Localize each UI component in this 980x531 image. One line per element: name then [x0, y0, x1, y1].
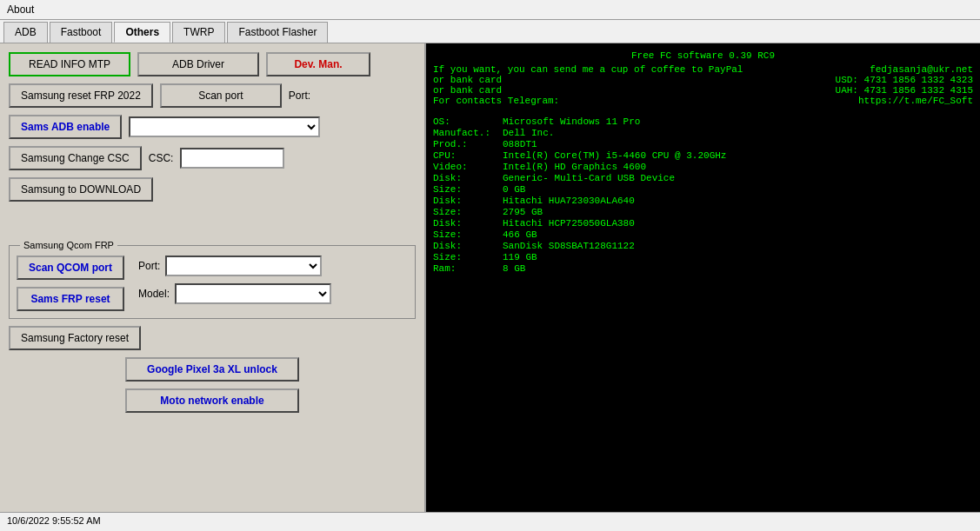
coffee-line2: or bank card USD: 4731 1856 1332 4323: [433, 75, 973, 85]
row-csc: Samsung Change CSC CSC:: [9, 146, 416, 170]
row-frp-scan: Samsung reset FRP 2022 Scan port Port:: [9, 83, 416, 108]
scan-qcom-port-button[interactable]: Scan QCOM port: [17, 256, 124, 280]
sys-info-row: Disk:SanDisk SD8SBAT128G1122: [433, 241, 973, 251]
sys-info-row: OS:Microsoft Windows 11 Pro: [433, 116, 973, 127]
status-timestamp: 10/6/2022 9:55:52 AM: [7, 515, 101, 526]
qcom-selects: Port: Model:: [138, 256, 331, 304]
row-pixel-unlock: Google Pixel 3a XL unlock: [9, 357, 416, 382]
tab-fastboot[interactable]: Fastboot: [50, 22, 113, 43]
sys-info-row: Disk:Generic- Multi-Card USB Device: [433, 173, 973, 183]
sys-info-value: 8 GB: [503, 263, 525, 274]
scan-port-button[interactable]: Scan port: [160, 83, 282, 108]
sys-info-value: SanDisk SD8SBAT128G1122: [503, 241, 635, 251]
sys-info-label: CPU:: [433, 150, 503, 161]
sys-info-label: Size:: [433, 252, 503, 262]
samsung-qcom-frp-group: Samsung Qcom FRP Scan QCOM port Sams FRP…: [9, 240, 416, 319]
samsung-reset-frp-button[interactable]: Samsung reset FRP 2022: [9, 83, 153, 108]
coffee-email: fedjasanja@ukr.net: [870, 64, 973, 75]
sams-adb-dropdown[interactable]: [129, 116, 320, 137]
qcom-inner: Scan QCOM port Sams FRP reset Port: Mode…: [17, 256, 408, 311]
title-bar: About: [0, 0, 980, 20]
sys-info-label: Manufact.:: [433, 128, 503, 138]
samsung-qcom-frp-legend: Samsung Qcom FRP: [20, 240, 117, 250]
coffee-bank-label2: or bank card: [433, 85, 502, 96]
sys-info-row: Disk:Hitachi HCP725050GLA380: [433, 218, 973, 229]
row-factory-reset: Samsung Factory reset: [9, 326, 416, 350]
dev-man-button[interactable]: Dev. Man.: [266, 52, 370, 76]
coffee-uah: UAH: 4731 1856 1332 4315: [836, 85, 973, 96]
telegram-line: For contacts Telegram: https://t.me/FC_S…: [433, 96, 973, 106]
sys-info-label: OS:: [433, 116, 503, 127]
sams-adb-enable-button[interactable]: Sams ADB enable: [9, 115, 122, 139]
tab-adb[interactable]: ADB: [3, 22, 48, 43]
samsung-factory-reset-button[interactable]: Samsung Factory reset: [9, 326, 141, 350]
sys-info: OS:Microsoft Windows 11 ProManufact.:Del…: [433, 116, 973, 274]
coffee-section: If you want, you can send me a cup of co…: [433, 64, 973, 106]
qcom-port-row: Port:: [138, 256, 331, 276]
csc-label: CSC:: [149, 152, 174, 164]
sys-info-label: Size:: [433, 207, 503, 217]
right-header: Free FC software 0.39 RC9: [433, 50, 973, 61]
telegram-label: For contacts Telegram:: [433, 96, 559, 106]
sys-info-label: Size:: [433, 229, 503, 240]
telegram-url: https://t.me/FC_Soft: [858, 96, 973, 106]
tab-others[interactable]: Others: [114, 22, 170, 43]
moto-network-enable-button[interactable]: Moto network enable: [125, 388, 299, 413]
coffee-bank-label1: or bank card: [433, 75, 502, 85]
tab-bar: ADB Fastboot Others TWRP Fastboot Flashe…: [0, 20, 980, 43]
qcom-model-select[interactable]: [175, 283, 331, 304]
sys-info-value: Dell Inc.: [503, 128, 554, 138]
samsung-to-download-button[interactable]: Samsung to DOWNLOAD: [9, 177, 153, 202]
sys-info-label: Ram:: [433, 263, 503, 274]
sys-info-value: Intel(R) Core(TM) i5-4460 CPU @ 3.20GHz: [503, 150, 726, 161]
qcom-model-row: Model:: [138, 283, 331, 304]
sys-info-row: Size:466 GB: [433, 229, 973, 240]
sys-info-row: Size:2795 GB: [433, 207, 973, 217]
qcom-port-select[interactable]: [165, 256, 322, 276]
sys-info-value: Microsoft Windows 11 Pro: [503, 116, 640, 127]
row-download: Samsung to DOWNLOAD: [9, 177, 416, 202]
row-moto-network: Moto network enable: [9, 388, 416, 413]
csc-input[interactable]: [180, 148, 284, 169]
sys-info-value: 119 GB: [503, 252, 537, 262]
tab-fastboot-flasher[interactable]: Fastboot Flasher: [227, 22, 328, 43]
row-sams-adb: Sams ADB enable: [9, 115, 416, 139]
sys-info-row: Size:119 GB: [433, 252, 973, 262]
qcom-model-label: Model:: [138, 288, 170, 300]
samsung-change-csc-button[interactable]: Samsung Change CSC: [9, 146, 142, 170]
row-top-buttons: READ INFO MTP ADB Driver Dev. Man.: [9, 52, 416, 76]
sys-info-value: Intel(R) HD Graphics 4600: [503, 162, 646, 172]
sys-info-value: 088DT1: [503, 139, 537, 149]
sys-info-label: Prod.:: [433, 139, 503, 149]
right-panel: Free FC software 0.39 RC9 If you want, y…: [426, 43, 980, 522]
qcom-buttons: Scan QCOM port Sams FRP reset: [17, 256, 124, 311]
sams-frp-reset-button[interactable]: Sams FRP reset: [17, 287, 124, 311]
google-pixel-3a-xl-button[interactable]: Google Pixel 3a XL unlock: [125, 357, 299, 382]
sys-info-value: Hitachi HCP725050GLA380: [503, 218, 635, 229]
coffee-usd: USD: 4731 1856 1332 4323: [836, 75, 973, 85]
sys-info-value: 466 GB: [503, 229, 537, 240]
main-layout: READ INFO MTP ADB Driver Dev. Man. Samsu…: [0, 43, 980, 522]
left-panel: READ INFO MTP ADB Driver Dev. Man. Samsu…: [0, 43, 426, 522]
sys-info-label: Disk:: [433, 241, 503, 251]
sys-info-value: 0 GB: [503, 184, 525, 195]
sys-info-label: Video:: [433, 162, 503, 172]
sys-info-value: Hitachi HUA723030ALA640: [503, 196, 635, 206]
adb-driver-button[interactable]: ADB Driver: [137, 52, 259, 76]
sys-info-label: Disk:: [433, 218, 503, 229]
tab-twrp[interactable]: TWRP: [172, 22, 225, 43]
sys-info-label: Size:: [433, 184, 503, 195]
sys-info-row: Prod.:088DT1: [433, 139, 973, 149]
coffee-line3: or bank card UAH: 4731 1856 1332 4315: [433, 85, 973, 96]
sys-info-row: Ram:8 GB: [433, 263, 973, 274]
coffee-text: If you want, you can send me a cup of co…: [433, 64, 743, 75]
read-info-mtp-button[interactable]: READ INFO MTP: [9, 52, 130, 76]
qcom-port-label: Port:: [138, 260, 160, 272]
sys-info-row: CPU:Intel(R) Core(TM) i5-4460 CPU @ 3.20…: [433, 150, 973, 161]
app-title: About: [7, 3, 34, 16]
coffee-line1: If you want, you can send me a cup of co…: [433, 64, 973, 75]
sys-info-value: 2795 GB: [503, 207, 543, 217]
sys-info-label: Disk:: [433, 173, 503, 183]
port-label: Port:: [289, 90, 310, 102]
sys-info-row: Video:Intel(R) HD Graphics 4600: [433, 162, 973, 172]
